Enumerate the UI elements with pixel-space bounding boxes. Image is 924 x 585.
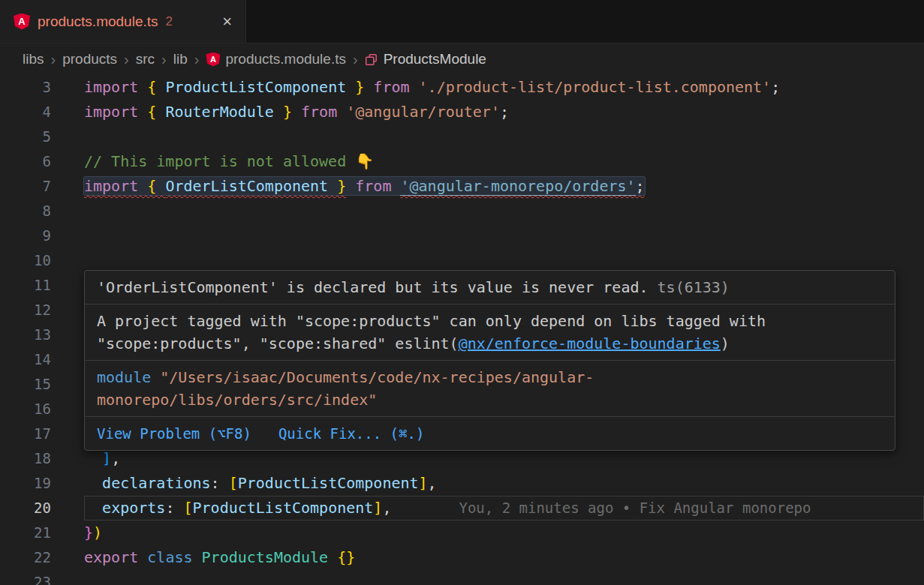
code-line[interactable]: import { ProductListComponent } from './… — [84, 75, 924, 100]
code-token: export — [84, 548, 147, 566]
line-number[interactable]: 22 — [0, 545, 51, 570]
code-token: , — [428, 474, 437, 492]
line-number[interactable]: 19 — [0, 471, 51, 496]
line-number[interactable]: 15 — [0, 372, 51, 397]
angular-file-icon: A — [206, 52, 220, 67]
code-token: './product-list/product-list.component' — [419, 78, 772, 96]
code-token: { — [147, 177, 165, 195]
line-number[interactable]: 18 — [0, 446, 51, 471]
code-line[interactable] — [84, 224, 924, 248]
code-token: ; — [636, 177, 645, 195]
breadcrumb-separator-icon: › — [353, 51, 358, 68]
quick-fix-action[interactable]: Quick Fix... (⌘.) — [278, 422, 424, 445]
code-token: { — [147, 78, 165, 96]
line-number[interactable]: 6 — [0, 149, 51, 174]
code-token: from — [364, 78, 418, 96]
code-token: } — [346, 78, 364, 96]
view-problem-action[interactable]: View Problem (⌥F8) — [97, 422, 251, 445]
breadcrumb-item-src[interactable]: src — [136, 51, 155, 68]
code-token: // This import is not allowed — [84, 152, 355, 170]
line-number[interactable]: 12 — [0, 298, 51, 322]
hover-eslint-error: A project tagged with "scope:products" c… — [85, 304, 895, 360]
code-token: ) — [93, 524, 102, 542]
tab-products-module[interactable]: A products.module.ts 2 × — [0, 0, 246, 43]
line-number[interactable]: 16 — [0, 397, 51, 422]
line-number[interactable]: 7 — [0, 174, 51, 199]
unused-warning-text: 'OrderListComponent' is declared but its… — [97, 278, 649, 296]
code-line[interactable]: declarations: [ProductListComponent], — [84, 471, 924, 496]
code-token — [328, 548, 337, 566]
line-number[interactable]: 11 — [0, 273, 51, 298]
code-token: , — [382, 499, 391, 517]
code-line[interactable]: // This import is not allowed 👇 — [84, 149, 924, 174]
breadcrumb-item-products[interactable]: products — [62, 51, 117, 68]
hover-actions: View Problem (⌥F8) Quick Fix... (⌘.) — [85, 417, 895, 450]
line-number[interactable]: 20 — [0, 496, 51, 520]
code-line[interactable]: }) — [84, 520, 924, 545]
eslint-error-line2-text: "scope:products", "scope:shared" eslint( — [97, 334, 459, 352]
code-token: RouterModule — [165, 103, 274, 121]
line-number[interactable]: 5 — [0, 124, 51, 149]
code-line[interactable]: exports: [ProductListComponent],You, 2 m… — [84, 496, 924, 520]
tab-title: products.module.ts — [38, 14, 158, 30]
line-number[interactable]: 13 — [0, 322, 51, 347]
code-token: , — [111, 449, 120, 467]
line-number[interactable]: 9 — [0, 224, 51, 248]
eslint-error-line1: A project tagged with "scope:products" c… — [97, 310, 883, 332]
breadcrumb-item-lib[interactable]: lib — [173, 51, 188, 68]
code-line[interactable]: import { RouterModule } from '@angular/r… — [84, 100, 924, 124]
line-number[interactable]: 23 — [0, 570, 51, 585]
diagnostic-code: ts(6133) — [649, 278, 730, 296]
code-token: } — [328, 177, 346, 195]
line-number[interactable]: 10 — [0, 248, 51, 273]
symbol-class-icon — [365, 52, 378, 66]
angular-icon: A — [14, 14, 30, 30]
code-token: : — [165, 499, 183, 517]
code-token: ] — [373, 499, 382, 517]
code-token: ProductsModule — [202, 548, 329, 566]
code-token: [ — [229, 474, 238, 492]
breadcrumb-separator-icon: › — [194, 51, 200, 68]
breadcrumb-item-libs[interactable]: libs — [23, 51, 44, 68]
code-token: exports — [102, 499, 165, 517]
git-blame-annotation: You, 2 minutes ago • Fix Angular monorep… — [459, 500, 811, 516]
line-number[interactable]: 3 — [0, 75, 51, 100]
code-token: from — [292, 103, 346, 121]
code-line[interactable]: import { OrderListComponent } from '@ang… — [84, 174, 924, 199]
code-token: '@angular-monorepo/orders' — [400, 177, 635, 196]
breadcrumb-item-file[interactable]: products.module.ts — [225, 51, 346, 68]
diagnostic-hover-popup: 'OrderListComponent' is declared but its… — [84, 270, 895, 451]
module-path-line1: "/Users/isaac/Documents/code/nx-recipes/… — [151, 368, 594, 386]
tab-close-icon[interactable]: × — [219, 12, 235, 32]
eslint-rule-link[interactable]: @nx/enforce-module-boundaries — [459, 334, 721, 352]
code-token: ; — [500, 103, 509, 121]
code-token: import — [84, 78, 147, 96]
code-token: ; — [771, 78, 780, 96]
editor[interactable]: 34567891011121314151617181920212223 impo… — [0, 75, 924, 585]
code-token: 👇 — [355, 152, 374, 170]
tab-bar: A products.module.ts 2 × — [0, 0, 924, 44]
code-token: OrderListComponent — [165, 177, 328, 195]
line-number[interactable]: 21 — [0, 520, 51, 545]
code-line[interactable]: export class ProductsModule {} — [84, 545, 924, 570]
code-line[interactable] — [84, 570, 924, 585]
breadcrumb: libs › products › src › lib › A products… — [0, 44, 924, 75]
line-number[interactable]: 4 — [0, 100, 51, 124]
line-number[interactable]: 8 — [0, 199, 51, 224]
code-token: } — [274, 103, 292, 121]
line-number[interactable]: 14 — [0, 347, 51, 372]
gutter[interactable]: 34567891011121314151617181920212223 — [0, 75, 51, 585]
module-path-line2: monorepo/libs/orders/src/index" — [97, 391, 377, 409]
breadcrumb-separator-icon: › — [161, 51, 167, 68]
code-token: declarations — [102, 474, 211, 492]
code-line[interactable] — [84, 124, 924, 149]
tab-error-count-badge: 2 — [166, 14, 173, 29]
code-token: {} — [337, 548, 355, 566]
code-token: '@angular/router' — [346, 103, 500, 121]
breadcrumb-separator-icon: › — [124, 51, 129, 68]
breadcrumb-item-symbol[interactable]: ProductsModule — [384, 51, 486, 68]
code-line[interactable] — [84, 199, 924, 224]
line-number[interactable]: 17 — [0, 422, 51, 446]
breadcrumb-separator-icon: › — [51, 51, 56, 68]
eslint-error-line2-close: ) — [721, 334, 730, 352]
